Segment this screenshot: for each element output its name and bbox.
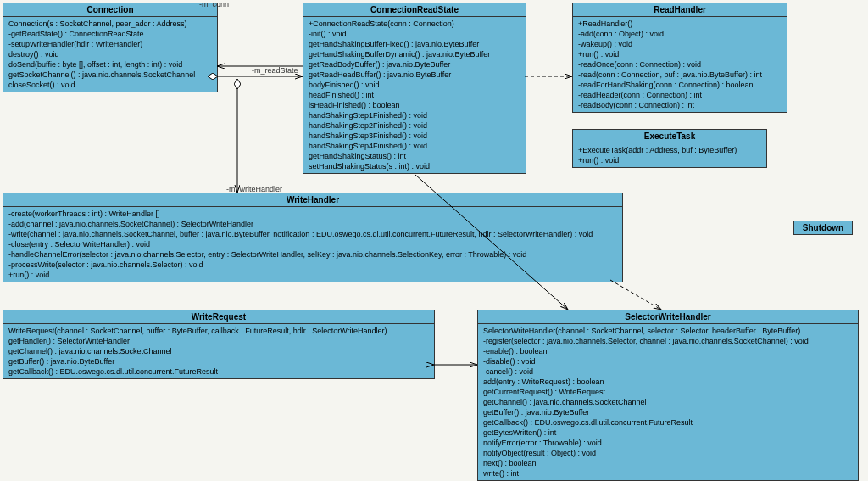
method: -add(channel : java.nio.channels.SocketC… xyxy=(8,219,617,229)
method: +ConnectionReadState(conn : Connection) xyxy=(309,19,520,29)
class-title: ExecuteTask xyxy=(573,130,766,143)
method: getBuffer() : java.nio.ByteBuffer xyxy=(8,356,429,366)
class-body: +ConnectionReadState(conn : Connection) … xyxy=(303,17,526,173)
method: +run() : void xyxy=(578,49,782,59)
method: +ExecuteTask(addr : Address, buf : ByteB… xyxy=(578,145,761,155)
class-selectorwritehandler[interactable]: SelectorWriteHandler SelectorWriteHandle… xyxy=(477,310,859,481)
method: +run() : void xyxy=(8,270,617,280)
assoc-label-m-writehandler: -m_writeHandler xyxy=(226,185,282,193)
method: add(entry : WriteRequest) : boolean xyxy=(483,377,853,387)
method: isHeadFinished() : boolean xyxy=(309,100,520,110)
method: doSend(buffie : byte [], offset : int, l… xyxy=(8,59,212,70)
method: getBuffer() : java.nio.ByteBuffer xyxy=(483,407,853,417)
class-readhandler[interactable]: ReadHandler +ReadHandler() -add(conn : O… xyxy=(572,3,787,113)
method: -read(conn : Connection, buf : java.nio.… xyxy=(578,70,782,80)
method: getHandShakingStatus() : int xyxy=(309,151,520,161)
method: Connection(s : SocketChannel, peer_addr … xyxy=(8,19,212,29)
method: getHandler() : SelectorWriteHandler xyxy=(8,336,429,346)
class-body: -create(workerThreads : int) : WriteHand… xyxy=(3,207,622,282)
method: -getReadState() : ConnectionReadState xyxy=(8,29,212,39)
assoc-label-m-conn: -m_conn xyxy=(199,0,229,8)
class-body: SelectorWriteHandler(channel : SocketCha… xyxy=(478,324,858,480)
method: -readForHandShaking(conn : Connection) :… xyxy=(578,80,782,90)
method: getReadHeadBuffer() : java.nio.ByteBuffe… xyxy=(309,70,520,80)
class-connection[interactable]: Connection Connection(s : SocketChannel,… xyxy=(3,3,218,92)
method: getHandShakingBufferFixed() : java.nio.B… xyxy=(309,39,520,49)
class-title: WriteHandler xyxy=(3,193,622,207)
svg-line-5 xyxy=(610,280,661,310)
class-title: Connection xyxy=(3,3,217,17)
method: notifyError(error : Throwable) : void xyxy=(483,438,853,448)
method: -readBody(conn : Connection) : int xyxy=(578,100,782,110)
method: +run() : void xyxy=(578,155,761,165)
method: -setupWriteHandler(hdlr : WriteHandler) xyxy=(8,39,212,49)
method: getHandShakingBufferDynamic() : java.nio… xyxy=(309,49,520,59)
class-shutdown[interactable]: Shutdown xyxy=(793,221,853,235)
method: getCurrentRequest() : WriteRequest xyxy=(483,387,853,397)
method: handShakingStep3Finished() : void xyxy=(309,131,520,141)
method: -register(selector : java.nio.channels.S… xyxy=(483,336,853,346)
method: getReadBodyBuffer() : java.nio.ByteBuffe… xyxy=(309,59,520,70)
method: getSocketChannel() : java.nio.channels.S… xyxy=(8,70,212,80)
method: -readHeader(conn : Connection) : int xyxy=(578,90,782,100)
method: -wakeup() : void xyxy=(578,39,782,49)
method: SelectorWriteHandler(channel : SocketCha… xyxy=(483,326,853,336)
method: -handleChannelError(selector : java.nio.… xyxy=(8,249,617,260)
method: getBytesWritten() : int xyxy=(483,428,853,438)
method: -create(workerThreads : int) : WriteHand… xyxy=(8,209,617,219)
method: -close(entry : SelectorWriteHandler) : v… xyxy=(8,239,617,249)
class-body: WriteRequest(channel : SocketChannel, bu… xyxy=(3,324,434,378)
method: -init() : void xyxy=(309,29,520,39)
method: destroy() : void xyxy=(8,49,212,59)
class-writehandler[interactable]: WriteHandler -create(workerThreads : int… xyxy=(3,193,623,282)
class-title: Shutdown xyxy=(794,221,852,234)
method: -enable() : boolean xyxy=(483,346,853,356)
class-connectionreadstate[interactable]: ConnectionReadState +ConnectionReadState… xyxy=(303,3,526,174)
method: handShakingStep1Finished() : void xyxy=(309,110,520,120)
method: -write(channel : java.nio.channels.Socke… xyxy=(8,229,617,239)
method: -add(conn : Object) : void xyxy=(578,29,782,39)
class-title: SelectorWriteHandler xyxy=(478,310,858,324)
class-title: ConnectionReadState xyxy=(303,3,526,17)
method: -readOnce(conn : Connection) : void xyxy=(578,59,782,70)
method: headFinished() : int xyxy=(309,90,520,100)
class-body: +ExecuteTask(addr : Address, buf : ByteB… xyxy=(573,143,766,167)
method: next() : boolean xyxy=(483,458,853,468)
class-body: Connection(s : SocketChannel, peer_addr … xyxy=(3,17,217,92)
method: getCallback() : EDU.oswego.cs.dl.util.co… xyxy=(8,366,429,377)
method: getChannel() : java.nio.channels.SocketC… xyxy=(8,346,429,356)
method: handShakingStep2Finished() : void xyxy=(309,120,520,131)
method: notifyObject(result : Object) : void xyxy=(483,448,853,458)
method: write() : int xyxy=(483,468,853,478)
method: closeSocket() : void xyxy=(8,80,212,90)
assoc-label-m-readstate: -m_readState xyxy=(252,66,298,75)
method: handShakingStep4Finished() : void xyxy=(309,141,520,151)
method: getChannel() : java.nio.channels.SocketC… xyxy=(483,397,853,407)
method: bodyFinished() : void xyxy=(309,80,520,90)
class-title: ReadHandler xyxy=(573,3,787,17)
method: -cancel() : void xyxy=(483,366,853,377)
method: +ReadHandler() xyxy=(578,19,782,29)
class-title: WriteRequest xyxy=(3,310,434,324)
class-writerequest[interactable]: WriteRequest WriteRequest(channel : Sock… xyxy=(3,310,435,379)
method: setHandShakingStatus(s : int) : void xyxy=(309,161,520,171)
class-body: +ReadHandler() -add(conn : Object) : voi… xyxy=(573,17,787,112)
class-executetask[interactable]: ExecuteTask +ExecuteTask(addr : Address,… xyxy=(572,129,767,168)
method: -disable() : void xyxy=(483,356,853,366)
method: getCallback() : EDU.oswego.cs.dl.util.co… xyxy=(483,417,853,428)
method: WriteRequest(channel : SocketChannel, bu… xyxy=(8,326,429,336)
method: -processWrite(selector : java.nio.channe… xyxy=(8,260,617,270)
